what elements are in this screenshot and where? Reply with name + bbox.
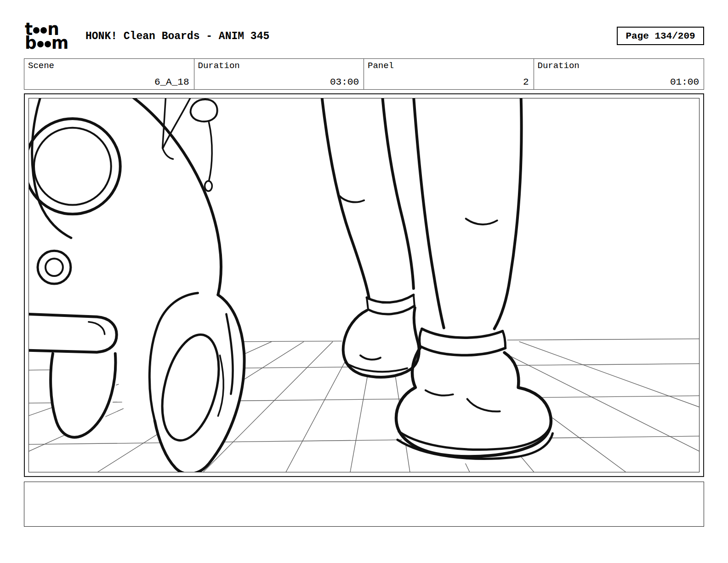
logo-line-2: b m: [25, 36, 68, 50]
info-label: Scene: [28, 61, 54, 71]
storyboard-panel-inner-frame: [28, 98, 700, 472]
car-mirror: [191, 99, 217, 121]
car-headlight-inner: [34, 128, 111, 205]
car-fuel-cap-inner: [46, 259, 63, 276]
logo-letter: m: [51, 36, 69, 49]
info-value: 03:00: [330, 77, 359, 87]
car-door-handle: [205, 181, 212, 191]
logo-dot-icon: [37, 41, 44, 47]
logo-letter: b: [25, 36, 37, 49]
info-value: 2: [523, 77, 529, 87]
storyboard-page: t n b m HONK! Clean Boards - ANIM 345 Pa…: [0, 0, 728, 563]
info-label: Duration: [198, 61, 240, 71]
caption-box: [24, 482, 704, 527]
car-headlight-outer: [29, 119, 120, 214]
info-value: 01:00: [670, 77, 699, 87]
info-label: Panel: [368, 61, 394, 71]
car-fuel-cap-outer: [38, 251, 71, 284]
info-cell-panel-duration: Duration 01:00: [534, 59, 704, 89]
storyboard-panel-drawing: [29, 98, 699, 472]
toonboom-logo: t n b m: [25, 22, 68, 50]
document-title: HONK! Clean Boards - ANIM 345: [85, 30, 269, 42]
info-cell-scene: Scene 6_A_18: [24, 59, 194, 89]
storyboard-panel-frame: [24, 93, 704, 477]
page-number-box: Page 134/209: [617, 27, 704, 45]
info-label: Duration: [538, 61, 580, 71]
logo-dot-icon: [45, 41, 51, 47]
panel-info-table: Scene 6_A_18 Duration 03:00 Panel 2 Dura…: [24, 58, 704, 90]
info-cell-panel: Panel 2: [364, 59, 534, 89]
info-value: 6_A_18: [154, 77, 189, 87]
logo-dot-icon: [40, 27, 47, 34]
info-cell-scene-duration: Duration 03:00: [194, 59, 364, 89]
